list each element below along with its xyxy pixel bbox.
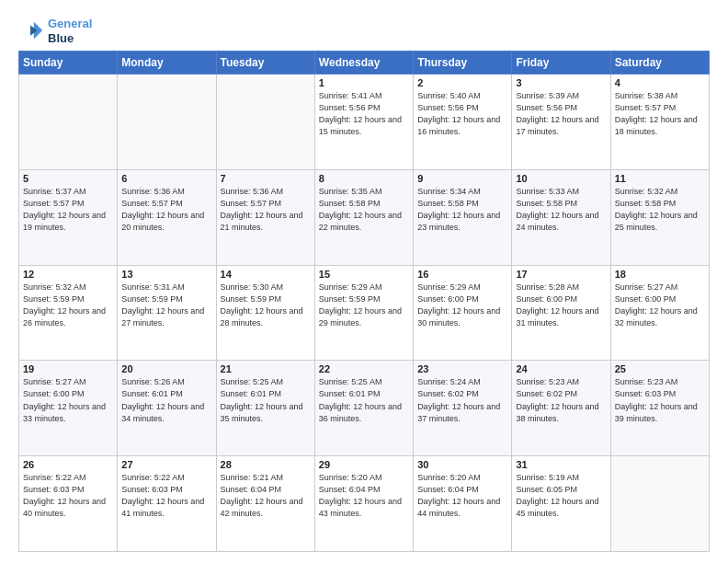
calendar-cell: 29Sunrise: 5:20 AMSunset: 6:04 PMDayligh…	[314, 456, 413, 552]
calendar-cell: 24Sunrise: 5:23 AMSunset: 6:02 PMDayligh…	[512, 361, 610, 456]
day-number: 20	[121, 363, 211, 374]
day-info: Sunrise: 5:33 AMSunset: 5:58 PMDaylight:…	[516, 186, 606, 234]
day-info: Sunrise: 5:19 AMSunset: 6:05 PMDaylight:…	[516, 472, 606, 520]
weekday-header-tuesday: Tuesday	[216, 52, 314, 75]
day-info: Sunrise: 5:31 AMSunset: 5:59 PMDaylight:…	[121, 282, 211, 329]
week-row-5: 26Sunrise: 5:22 AMSunset: 6:03 PMDayligh…	[19, 456, 710, 552]
calendar-cell: 7Sunrise: 5:36 AMSunset: 5:57 PMDaylight…	[216, 169, 314, 265]
calendar-cell: 9Sunrise: 5:34 AMSunset: 5:58 PMDaylight…	[414, 169, 512, 265]
day-info: Sunrise: 5:32 AMSunset: 5:59 PMDaylight:…	[23, 282, 113, 329]
weekday-header-friday: Friday	[512, 52, 610, 75]
day-info: Sunrise: 5:28 AMSunset: 6:00 PMDaylight:…	[516, 282, 606, 329]
calendar-cell: 8Sunrise: 5:35 AMSunset: 5:58 PMDaylight…	[314, 169, 413, 265]
day-number: 13	[121, 269, 211, 280]
weekday-header-wednesday: Wednesday	[314, 52, 413, 75]
weekday-header-monday: Monday	[118, 52, 216, 75]
calendar-cell: 28Sunrise: 5:21 AMSunset: 6:04 PMDayligh…	[216, 456, 314, 552]
day-info: Sunrise: 5:25 AMSunset: 6:01 PMDaylight:…	[319, 376, 409, 424]
calendar-cell: 10Sunrise: 5:33 AMSunset: 5:58 PMDayligh…	[512, 169, 610, 265]
day-info: Sunrise: 5:23 AMSunset: 6:02 PMDaylight:…	[516, 376, 606, 424]
calendar-cell	[610, 456, 709, 552]
calendar-cell: 16Sunrise: 5:29 AMSunset: 6:00 PMDayligh…	[414, 265, 512, 361]
day-number: 21	[221, 363, 311, 374]
day-info: Sunrise: 5:40 AMSunset: 5:56 PMDaylight:…	[417, 90, 507, 138]
calendar-cell	[216, 75, 314, 170]
week-row-4: 19Sunrise: 5:27 AMSunset: 6:00 PMDayligh…	[19, 361, 710, 456]
page: General Blue SundayMondayTuesdayWednesda…	[0, 0, 728, 563]
weekday-header-thursday: Thursday	[414, 52, 512, 75]
day-info: Sunrise: 5:29 AMSunset: 5:59 PMDaylight:…	[319, 282, 409, 329]
day-info: Sunrise: 5:36 AMSunset: 5:57 PMDaylight:…	[121, 186, 211, 234]
day-info: Sunrise: 5:38 AMSunset: 5:57 PMDaylight:…	[615, 90, 705, 138]
calendar-cell: 6Sunrise: 5:36 AMSunset: 5:57 PMDaylight…	[118, 169, 216, 265]
day-number: 3	[516, 77, 606, 88]
day-number: 24	[516, 363, 606, 374]
week-row-3: 12Sunrise: 5:32 AMSunset: 5:59 PMDayligh…	[19, 265, 710, 361]
calendar-cell: 1Sunrise: 5:41 AMSunset: 5:56 PMDaylight…	[314, 75, 413, 170]
day-info: Sunrise: 5:23 AMSunset: 6:03 PMDaylight:…	[615, 376, 705, 424]
calendar-cell: 15Sunrise: 5:29 AMSunset: 5:59 PMDayligh…	[314, 265, 413, 361]
day-info: Sunrise: 5:20 AMSunset: 6:04 PMDaylight:…	[417, 472, 507, 520]
calendar-cell: 31Sunrise: 5:19 AMSunset: 6:05 PMDayligh…	[512, 456, 610, 552]
calendar-cell: 26Sunrise: 5:22 AMSunset: 6:03 PMDayligh…	[19, 456, 118, 552]
day-number: 12	[23, 269, 113, 280]
weekday-header-sunday: Sunday	[19, 52, 118, 75]
day-number: 17	[516, 269, 606, 280]
day-number: 28	[221, 459, 311, 470]
day-info: Sunrise: 5:32 AMSunset: 5:58 PMDaylight:…	[615, 186, 705, 234]
day-info: Sunrise: 5:27 AMSunset: 6:00 PMDaylight:…	[23, 376, 113, 424]
day-info: Sunrise: 5:37 AMSunset: 5:57 PMDaylight:…	[23, 186, 113, 234]
day-number: 14	[221, 269, 311, 280]
day-info: Sunrise: 5:35 AMSunset: 5:58 PMDaylight:…	[319, 186, 409, 234]
day-info: Sunrise: 5:39 AMSunset: 5:56 PMDaylight:…	[516, 90, 606, 138]
day-number: 19	[23, 363, 113, 374]
calendar-cell: 20Sunrise: 5:26 AMSunset: 6:01 PMDayligh…	[118, 361, 216, 456]
calendar-cell: 25Sunrise: 5:23 AMSunset: 6:03 PMDayligh…	[610, 361, 709, 456]
day-info: Sunrise: 5:30 AMSunset: 5:59 PMDaylight:…	[221, 282, 311, 329]
day-info: Sunrise: 5:26 AMSunset: 6:01 PMDaylight:…	[121, 376, 211, 424]
calendar-cell	[19, 75, 118, 170]
calendar-cell: 19Sunrise: 5:27 AMSunset: 6:00 PMDayligh…	[19, 361, 118, 456]
calendar-cell: 22Sunrise: 5:25 AMSunset: 6:01 PMDayligh…	[314, 361, 413, 456]
weekday-header-saturday: Saturday	[610, 52, 709, 75]
week-row-2: 5Sunrise: 5:37 AMSunset: 5:57 PMDaylight…	[19, 169, 710, 265]
day-info: Sunrise: 5:25 AMSunset: 6:01 PMDaylight:…	[221, 376, 311, 424]
calendar-cell: 27Sunrise: 5:22 AMSunset: 6:03 PMDayligh…	[118, 456, 216, 552]
day-number: 10	[516, 173, 606, 184]
day-number: 8	[319, 173, 409, 184]
day-number: 6	[121, 173, 211, 184]
day-info: Sunrise: 5:36 AMSunset: 5:57 PMDaylight:…	[221, 186, 311, 234]
calendar-table: SundayMondayTuesdayWednesdayThursdayFrid…	[18, 51, 710, 552]
calendar-cell: 5Sunrise: 5:37 AMSunset: 5:57 PMDaylight…	[19, 169, 118, 265]
week-row-1: 1Sunrise: 5:41 AMSunset: 5:56 PMDaylight…	[19, 75, 710, 170]
day-number: 4	[615, 77, 705, 88]
logo-text: General Blue	[48, 17, 92, 45]
day-info: Sunrise: 5:34 AMSunset: 5:58 PMDaylight:…	[417, 186, 507, 234]
day-number: 2	[417, 77, 507, 88]
day-number: 7	[221, 173, 311, 184]
day-info: Sunrise: 5:22 AMSunset: 6:03 PMDaylight:…	[121, 472, 211, 520]
calendar-cell: 2Sunrise: 5:40 AMSunset: 5:56 PMDaylight…	[414, 75, 512, 170]
day-info: Sunrise: 5:41 AMSunset: 5:56 PMDaylight:…	[319, 90, 409, 138]
day-info: Sunrise: 5:27 AMSunset: 6:00 PMDaylight:…	[615, 282, 705, 329]
day-number: 1	[319, 77, 409, 88]
calendar-cell: 11Sunrise: 5:32 AMSunset: 5:58 PMDayligh…	[610, 169, 709, 265]
day-number: 27	[121, 459, 211, 470]
day-number: 29	[319, 459, 409, 470]
day-number: 5	[23, 173, 113, 184]
logo-icon	[18, 18, 44, 44]
day-number: 18	[615, 269, 705, 280]
calendar-cell: 13Sunrise: 5:31 AMSunset: 5:59 PMDayligh…	[118, 265, 216, 361]
day-info: Sunrise: 5:24 AMSunset: 6:02 PMDaylight:…	[417, 376, 507, 424]
day-number: 30	[417, 459, 507, 470]
day-number: 31	[516, 459, 606, 470]
calendar-cell: 17Sunrise: 5:28 AMSunset: 6:00 PMDayligh…	[512, 265, 610, 361]
calendar-cell: 12Sunrise: 5:32 AMSunset: 5:59 PMDayligh…	[19, 265, 118, 361]
calendar-cell: 21Sunrise: 5:25 AMSunset: 6:01 PMDayligh…	[216, 361, 314, 456]
logo: General Blue	[18, 17, 92, 45]
calendar-cell: 14Sunrise: 5:30 AMSunset: 5:59 PMDayligh…	[216, 265, 314, 361]
day-number: 22	[319, 363, 409, 374]
day-number: 16	[417, 269, 507, 280]
calendar-cell: 3Sunrise: 5:39 AMSunset: 5:56 PMDaylight…	[512, 75, 610, 170]
day-number: 23	[417, 363, 507, 374]
